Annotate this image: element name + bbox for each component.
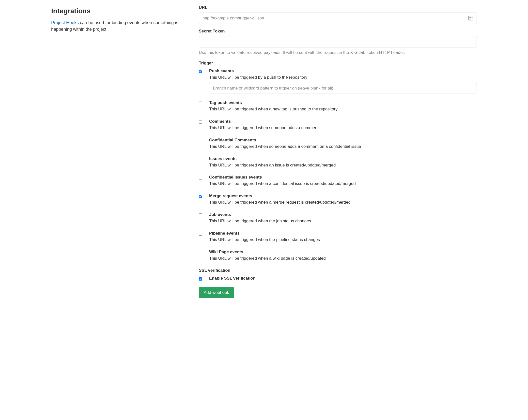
trigger-checkbox[interactable] — [199, 195, 202, 198]
trigger-desc: This URL will be triggered when someone … — [209, 125, 477, 131]
trigger-title: Push events — [209, 69, 477, 74]
url-label: URL — [199, 5, 477, 10]
trigger-title: Comments — [209, 119, 477, 124]
trigger-desc: This URL will be triggered when an issue… — [209, 162, 477, 168]
trigger-checkbox[interactable] — [199, 102, 202, 105]
trigger-checkbox[interactable] — [199, 176, 202, 180]
trigger-content: Issues eventsThis URL will be triggered … — [209, 156, 477, 168]
trigger-content: Confidential CommentsThis URL will be tr… — [209, 138, 477, 150]
trigger-checkbox[interactable] — [199, 213, 202, 217]
trigger-desc: This URL will be triggered when a merge … — [209, 199, 477, 205]
trigger-item: Wiki Page eventsThis URL will be trigger… — [199, 250, 477, 261]
trigger-item: Pipeline eventsThis URL will be triggere… — [199, 231, 477, 243]
trigger-item: Job eventsThis URL will be triggered whe… — [199, 212, 477, 224]
trigger-checkbox[interactable] — [199, 120, 202, 124]
trigger-title: Merge request events — [209, 194, 477, 198]
add-webhook-button[interactable]: Add webhook — [199, 287, 234, 298]
trigger-checkbox[interactable] — [199, 232, 202, 236]
secret-token-input[interactable] — [199, 36, 477, 47]
trigger-content: Wiki Page eventsThis URL will be trigger… — [209, 250, 477, 261]
trigger-item: Tag push eventsThis URL will be triggere… — [199, 100, 477, 112]
trigger-title: Tag push events — [209, 100, 477, 105]
trigger-desc: This URL will be triggered when someone … — [209, 144, 477, 150]
trigger-content: Tag push eventsThis URL will be triggere… — [209, 100, 477, 112]
main-form: URL Secret Token Use this tok — [199, 5, 477, 298]
trigger-content: Job eventsThis URL will be triggered whe… — [209, 212, 477, 224]
trigger-title: Confidential Comments — [209, 138, 477, 143]
trigger-checkbox[interactable] — [199, 70, 202, 73]
trigger-desc: This URL will be triggered by a push to … — [209, 75, 477, 80]
trigger-title: Job events — [209, 212, 477, 217]
trigger-content: Confidential Issues eventsThis URL will … — [209, 175, 477, 187]
trigger-title: Issues events — [209, 156, 477, 161]
ssl-checkbox[interactable] — [199, 277, 202, 281]
trigger-desc: This URL will be triggered when a wiki p… — [209, 255, 477, 261]
trigger-desc: This URL will be triggered when the pipe… — [209, 237, 477, 243]
project-hooks-link[interactable]: Project Hooks — [51, 20, 79, 25]
ssl-enable-label: Enable SSL verification — [209, 276, 477, 281]
secret-token-help: Use this token to validate received payl… — [199, 49, 477, 56]
ssl-label: SSL verification — [199, 268, 477, 273]
trigger-item: Merge request eventsThis URL will be tri… — [199, 194, 477, 205]
trigger-desc: This URL will be triggered when the job … — [209, 218, 477, 224]
trigger-item: Push eventsThis URL will be triggered by… — [199, 69, 477, 94]
trigger-item: CommentsThis URL will be triggered when … — [199, 119, 477, 131]
branch-pattern-input[interactable] — [209, 83, 477, 93]
trigger-checkbox[interactable] — [199, 139, 202, 142]
trigger-desc: This URL will be triggered when a new ta… — [209, 106, 477, 112]
trigger-checkbox[interactable] — [199, 251, 202, 254]
trigger-item: Confidential Issues eventsThis URL will … — [199, 175, 477, 187]
trigger-content: CommentsThis URL will be triggered when … — [209, 119, 477, 131]
trigger-item: Confidential CommentsThis URL will be tr… — [199, 138, 477, 150]
trigger-checkbox[interactable] — [199, 158, 202, 161]
sidebar-description: Project Hooks can be used for binding ev… — [51, 19, 189, 33]
trigger-title: Wiki Page events — [209, 250, 477, 255]
trigger-desc: This URL will be triggered when a confid… — [209, 181, 477, 187]
trigger-content: Pipeline eventsThis URL will be triggere… — [209, 231, 477, 243]
trigger-label: Trigger — [199, 61, 477, 66]
url-input[interactable] — [199, 13, 477, 24]
trigger-content: Merge request eventsThis URL will be tri… — [209, 194, 477, 205]
trigger-content: Push eventsThis URL will be triggered by… — [209, 69, 477, 94]
trigger-item: Issues eventsThis URL will be triggered … — [199, 156, 477, 168]
sidebar-heading: Integrations — [51, 7, 189, 15]
sidebar: Integrations Project Hooks can be used f… — [51, 5, 199, 298]
trigger-title: Confidential Issues events — [209, 175, 477, 180]
secret-token-label: Secret Token — [199, 29, 477, 34]
trigger-title: Pipeline events — [209, 231, 477, 236]
